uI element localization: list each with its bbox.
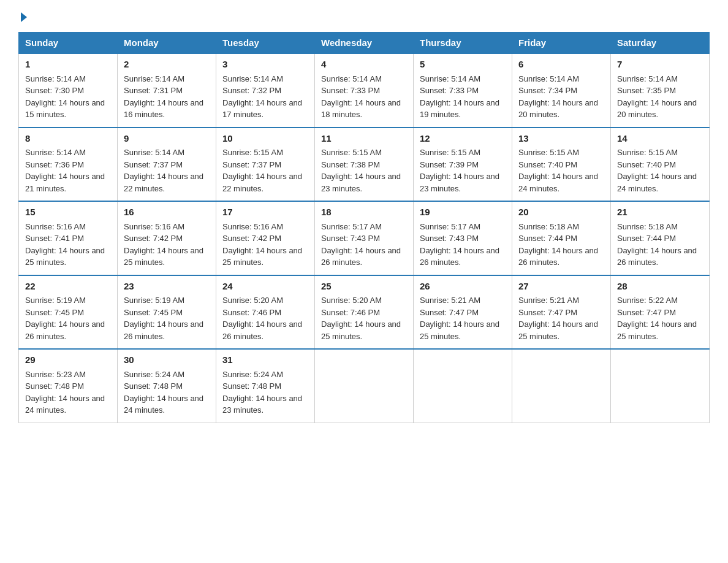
day-number: 17 xyxy=(222,205,308,220)
day-of-week-header: Friday xyxy=(512,33,611,54)
day-number: 5 xyxy=(420,58,506,72)
day-number: 6 xyxy=(518,58,604,72)
day-of-week-header: Tuesday xyxy=(216,33,315,54)
calendar-day-cell: 31Sunrise: 5:24 AMSunset: 7:48 PMDayligh… xyxy=(216,349,315,423)
calendar-day-cell: 30Sunrise: 5:24 AMSunset: 7:48 PMDayligh… xyxy=(118,349,216,423)
day-number: 31 xyxy=(222,353,308,367)
logo xyxy=(18,12,27,22)
day-of-week-header: Wednesday xyxy=(315,33,414,54)
day-of-week-header: Thursday xyxy=(414,33,512,54)
day-info: Sunrise: 5:19 AMSunset: 7:45 PMDaylight:… xyxy=(25,294,111,342)
calendar-day-cell: 20Sunrise: 5:18 AMSunset: 7:44 PMDayligh… xyxy=(512,201,611,275)
day-number: 16 xyxy=(124,205,210,220)
day-number: 23 xyxy=(124,280,210,294)
day-info: Sunrise: 5:16 AMSunset: 7:42 PMDaylight:… xyxy=(124,221,210,269)
day-number: 3 xyxy=(222,58,308,72)
calendar-day-cell: 28Sunrise: 5:22 AMSunset: 7:47 PMDayligh… xyxy=(611,275,710,350)
day-number: 8 xyxy=(25,132,111,146)
calendar-day-cell: 12Sunrise: 5:15 AMSunset: 7:39 PMDayligh… xyxy=(414,128,512,202)
calendar-day-cell: 22Sunrise: 5:19 AMSunset: 7:45 PMDayligh… xyxy=(19,275,118,350)
calendar-day-cell: 2Sunrise: 5:14 AMSunset: 7:31 PMDaylight… xyxy=(118,53,216,128)
calendar-day-cell: 8Sunrise: 5:14 AMSunset: 7:36 PMDaylight… xyxy=(19,128,118,202)
day-info: Sunrise: 5:15 AMSunset: 7:37 PMDaylight:… xyxy=(222,147,308,194)
day-number: 1 xyxy=(25,58,111,72)
calendar-day-cell: 25Sunrise: 5:20 AMSunset: 7:46 PMDayligh… xyxy=(315,275,414,350)
day-number: 14 xyxy=(617,132,703,146)
day-info: Sunrise: 5:14 AMSunset: 7:34 PMDaylight:… xyxy=(518,73,604,121)
calendar-day-cell: 23Sunrise: 5:19 AMSunset: 7:45 PMDayligh… xyxy=(118,275,216,350)
day-info: Sunrise: 5:19 AMSunset: 7:45 PMDaylight:… xyxy=(124,294,210,342)
calendar-day-cell: 9Sunrise: 5:14 AMSunset: 7:37 PMDaylight… xyxy=(118,128,216,202)
day-info: Sunrise: 5:15 AMSunset: 7:40 PMDaylight:… xyxy=(518,147,604,194)
day-info: Sunrise: 5:18 AMSunset: 7:44 PMDaylight:… xyxy=(518,221,604,269)
day-number: 26 xyxy=(420,280,506,294)
calendar-day-cell: 17Sunrise: 5:16 AMSunset: 7:42 PMDayligh… xyxy=(216,201,315,275)
calendar-week-row: 8Sunrise: 5:14 AMSunset: 7:36 PMDaylight… xyxy=(19,128,710,202)
calendar-day-cell xyxy=(611,349,710,423)
calendar-header-row: SundayMondayTuesdayWednesdayThursdayFrid… xyxy=(19,33,710,54)
calendar-week-row: 1Sunrise: 5:14 AMSunset: 7:30 PMDaylight… xyxy=(19,53,710,128)
day-number: 22 xyxy=(25,280,111,294)
day-info: Sunrise: 5:24 AMSunset: 7:48 PMDaylight:… xyxy=(124,369,210,416)
day-number: 29 xyxy=(25,353,111,367)
day-number: 2 xyxy=(124,58,210,72)
day-number: 27 xyxy=(518,280,604,294)
day-info: Sunrise: 5:20 AMSunset: 7:46 PMDaylight:… xyxy=(222,294,308,342)
logo-arrow-icon xyxy=(21,12,27,22)
day-info: Sunrise: 5:15 AMSunset: 7:39 PMDaylight:… xyxy=(420,147,506,194)
calendar-day-cell: 1Sunrise: 5:14 AMSunset: 7:30 PMDaylight… xyxy=(19,53,118,128)
calendar-week-row: 22Sunrise: 5:19 AMSunset: 7:45 PMDayligh… xyxy=(19,275,710,350)
day-info: Sunrise: 5:16 AMSunset: 7:41 PMDaylight:… xyxy=(25,221,111,269)
day-info: Sunrise: 5:14 AMSunset: 7:32 PMDaylight:… xyxy=(222,73,308,121)
calendar-day-cell: 24Sunrise: 5:20 AMSunset: 7:46 PMDayligh… xyxy=(216,275,315,350)
day-number: 11 xyxy=(321,132,407,146)
day-info: Sunrise: 5:14 AMSunset: 7:36 PMDaylight:… xyxy=(25,147,111,194)
calendar-week-row: 29Sunrise: 5:23 AMSunset: 7:48 PMDayligh… xyxy=(19,349,710,423)
day-info: Sunrise: 5:17 AMSunset: 7:43 PMDaylight:… xyxy=(321,221,407,269)
calendar-day-cell xyxy=(512,349,611,423)
day-info: Sunrise: 5:21 AMSunset: 7:47 PMDaylight:… xyxy=(518,294,604,342)
day-number: 24 xyxy=(222,280,308,294)
logo-blue xyxy=(18,12,27,22)
calendar-day-cell: 15Sunrise: 5:16 AMSunset: 7:41 PMDayligh… xyxy=(19,201,118,275)
day-info: Sunrise: 5:14 AMSunset: 7:31 PMDaylight:… xyxy=(124,73,210,121)
day-number: 7 xyxy=(617,58,703,72)
calendar-day-cell xyxy=(315,349,414,423)
day-info: Sunrise: 5:14 AMSunset: 7:33 PMDaylight:… xyxy=(420,73,506,121)
calendar-day-cell: 14Sunrise: 5:15 AMSunset: 7:40 PMDayligh… xyxy=(611,128,710,202)
calendar-day-cell: 7Sunrise: 5:14 AMSunset: 7:35 PMDaylight… xyxy=(611,53,710,128)
day-number: 20 xyxy=(518,205,604,220)
day-info: Sunrise: 5:14 AMSunset: 7:33 PMDaylight:… xyxy=(321,73,407,121)
day-info: Sunrise: 5:14 AMSunset: 7:30 PMDaylight:… xyxy=(25,73,111,121)
day-info: Sunrise: 5:17 AMSunset: 7:43 PMDaylight:… xyxy=(420,221,506,269)
day-number: 10 xyxy=(222,132,308,146)
calendar-day-cell: 27Sunrise: 5:21 AMSunset: 7:47 PMDayligh… xyxy=(512,275,611,350)
day-of-week-header: Saturday xyxy=(611,33,710,54)
day-info: Sunrise: 5:22 AMSunset: 7:47 PMDaylight:… xyxy=(617,294,703,342)
day-number: 28 xyxy=(617,280,703,294)
day-info: Sunrise: 5:23 AMSunset: 7:48 PMDaylight:… xyxy=(25,369,111,416)
day-info: Sunrise: 5:15 AMSunset: 7:38 PMDaylight:… xyxy=(321,147,407,194)
day-info: Sunrise: 5:24 AMSunset: 7:48 PMDaylight:… xyxy=(222,369,308,416)
day-number: 13 xyxy=(518,132,604,146)
calendar-day-cell: 6Sunrise: 5:14 AMSunset: 7:34 PMDaylight… xyxy=(512,53,611,128)
calendar-day-cell xyxy=(414,349,512,423)
calendar-day-cell: 29Sunrise: 5:23 AMSunset: 7:48 PMDayligh… xyxy=(19,349,118,423)
calendar-day-cell: 26Sunrise: 5:21 AMSunset: 7:47 PMDayligh… xyxy=(414,275,512,350)
day-number: 4 xyxy=(321,58,407,72)
calendar-day-cell: 16Sunrise: 5:16 AMSunset: 7:42 PMDayligh… xyxy=(118,201,216,275)
day-of-week-header: Sunday xyxy=(19,33,118,54)
day-number: 15 xyxy=(25,205,111,220)
day-info: Sunrise: 5:14 AMSunset: 7:35 PMDaylight:… xyxy=(617,73,703,121)
day-info: Sunrise: 5:15 AMSunset: 7:40 PMDaylight:… xyxy=(617,147,703,194)
calendar-day-cell: 21Sunrise: 5:18 AMSunset: 7:44 PMDayligh… xyxy=(611,201,710,275)
calendar-table: SundayMondayTuesdayWednesdayThursdayFrid… xyxy=(18,32,710,423)
day-number: 18 xyxy=(321,205,407,220)
day-number: 12 xyxy=(420,132,506,146)
calendar-day-cell: 10Sunrise: 5:15 AMSunset: 7:37 PMDayligh… xyxy=(216,128,315,202)
calendar-week-row: 15Sunrise: 5:16 AMSunset: 7:41 PMDayligh… xyxy=(19,201,710,275)
calendar-day-cell: 4Sunrise: 5:14 AMSunset: 7:33 PMDaylight… xyxy=(315,53,414,128)
day-number: 30 xyxy=(124,353,210,367)
calendar-day-cell: 18Sunrise: 5:17 AMSunset: 7:43 PMDayligh… xyxy=(315,201,414,275)
day-info: Sunrise: 5:21 AMSunset: 7:47 PMDaylight:… xyxy=(420,294,506,342)
